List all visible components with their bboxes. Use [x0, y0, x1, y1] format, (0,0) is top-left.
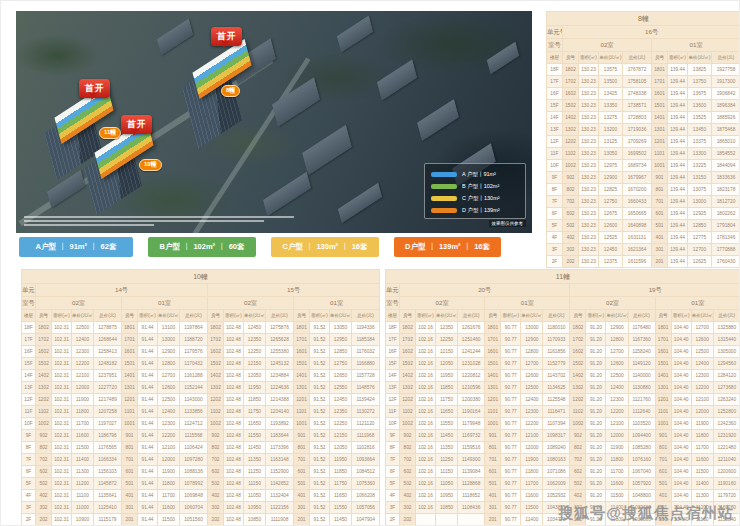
table-cell: 1640898 — [623, 220, 652, 232]
table-cell: 1176032 — [352, 346, 380, 358]
table-cell: 12700 — [521, 358, 543, 370]
table-cell: 1802262 — [712, 208, 740, 220]
table-cell: 90.77 — [501, 514, 521, 526]
banner-type: B户型 — [160, 242, 180, 251]
table-cell: 401 — [485, 490, 501, 502]
table-cell: 13375 — [688, 136, 712, 148]
table-cell: 12350 — [330, 406, 352, 418]
background-building — [302, 125, 352, 176]
table-cell: 91.52 — [310, 502, 330, 514]
table-cell: 90.77 — [501, 406, 521, 418]
table-cell: 7F — [547, 196, 563, 208]
table-cell: 1214388 — [266, 394, 294, 406]
room-02-header: 02室 — [36, 297, 122, 310]
table-cell: 2F — [386, 514, 400, 526]
table-cell: 1156103 — [94, 466, 122, 478]
table-cell: 13F — [22, 382, 36, 394]
col-area: 面积(㎡) — [224, 310, 244, 322]
legend-row: C 户型丨130m² — [431, 192, 519, 204]
table-cell: 13675 — [688, 88, 712, 100]
col-unit-price: 单价(元/㎡) — [244, 310, 266, 322]
table-cell: 12250 — [244, 346, 266, 358]
table-cell: 1770888 — [712, 244, 740, 256]
table-cell: 1844094 — [712, 160, 740, 172]
table-cell: 90.77 — [501, 358, 521, 370]
banner-count: 60套 — [229, 242, 245, 251]
table-cell: 1401 — [294, 370, 310, 382]
table-cell: 1112640 — [628, 406, 655, 418]
table-cell: 12900 — [606, 322, 628, 334]
table-cell: 13350 — [599, 100, 623, 112]
table-cell: 91.44 — [138, 514, 158, 526]
unit-number: 20号 — [400, 284, 570, 297]
table-cell: 11600 — [72, 430, 94, 442]
table-cell: 91.44 — [138, 406, 158, 418]
table-row: 8F802102.3111500117656580191.44121001106… — [22, 442, 380, 454]
col-total-price: 总价(元) — [266, 310, 294, 322]
table-cell: 130.23 — [579, 148, 599, 160]
table-cell: 12F — [547, 136, 563, 148]
table-cell: 802 — [563, 184, 579, 196]
table-cell: 1190160 — [713, 478, 740, 490]
table-cell: 1111908 — [266, 514, 294, 526]
table-row: 5F502130.23126001640898501139.4412850179… — [547, 220, 740, 232]
unit-label: 单元号 — [547, 26, 563, 39]
table-cell: 1101 — [294, 406, 310, 418]
shoukai-pin-marker: 首开 — [79, 79, 110, 98]
table-cell: 1273680 — [713, 382, 740, 394]
table-cell: 702 — [563, 196, 579, 208]
table-cell: 12800 — [158, 358, 180, 370]
table-cell: 1071086 — [543, 466, 570, 478]
table-cell: 1140000 — [628, 370, 655, 382]
table-cell: 102.31 — [52, 406, 72, 418]
table-cell: 12500 — [72, 322, 94, 334]
table-cell: 11800 — [72, 406, 94, 418]
table-cell: 1057056 — [352, 502, 380, 514]
table-cell: 701 — [652, 196, 668, 208]
room-01-header: 01室 — [485, 297, 570, 310]
table-cell: 11500 — [691, 466, 713, 478]
table-cell: 801 — [652, 184, 668, 196]
table-cell: 102.48 — [224, 490, 244, 502]
table-cell: 1152779 — [543, 358, 570, 370]
table-cell: 12100 — [158, 442, 180, 454]
col-total-price: 总价(元) — [180, 310, 208, 322]
col-room-no: 房号 — [563, 52, 579, 64]
col-unit-price: 单价(元/㎡) — [72, 310, 94, 322]
table-row: 8F802102.1611350115951680190.77120001089… — [386, 442, 740, 454]
table-cell: 1611596 — [623, 256, 652, 268]
banner-count: 62套 — [101, 242, 117, 251]
table-cell: 91.52 — [310, 334, 330, 346]
table-cell: 1781346 — [712, 232, 740, 244]
table-cell: 13450 — [688, 124, 712, 136]
table-cell: 91.52 — [310, 358, 330, 370]
table-cell: 12050 — [436, 358, 458, 370]
table-cell: 702 — [400, 454, 416, 466]
table-cell: 701 — [485, 454, 501, 466]
table-cell: 402 — [563, 232, 579, 244]
table-cell: 102.48 — [224, 382, 244, 394]
table-cell: 11450 — [330, 514, 352, 526]
table-row: 13F1302102.31120001227720130191.44126001… — [22, 382, 380, 394]
table-cell: 1179948 — [458, 418, 485, 430]
table-cell: 12900 — [158, 346, 180, 358]
table-cell: 11800 — [691, 430, 713, 442]
table-row: 4F402102.3111100113564140191.44117001069… — [22, 490, 380, 502]
table-cell: 11000 — [72, 502, 94, 514]
table-cell: 1193892 — [266, 418, 294, 430]
table-row: 17F1702102.16122501251460170190.77129001… — [386, 334, 740, 346]
table-cell: 102.16 — [416, 406, 436, 418]
background-building — [377, 59, 417, 100]
col-unit-price: 单价(元/㎡) — [691, 310, 713, 322]
col-unit-price: 单价(元/㎡) — [330, 310, 352, 322]
pin-label: 首开 — [217, 31, 237, 41]
table-cell: 13750 — [688, 76, 712, 88]
table-cell: 1301 — [122, 382, 138, 394]
table-cell: 1002 — [570, 418, 586, 430]
table-cell: 1067040 — [628, 466, 655, 478]
building-badge-10: 10幢 — [139, 159, 162, 171]
table-cell: 1217489 — [94, 394, 122, 406]
table-row: 11F1102130.231305016995021101139.4413300… — [547, 148, 740, 160]
table-cell: 17F — [547, 76, 563, 88]
table-cell: 801 — [294, 442, 310, 454]
